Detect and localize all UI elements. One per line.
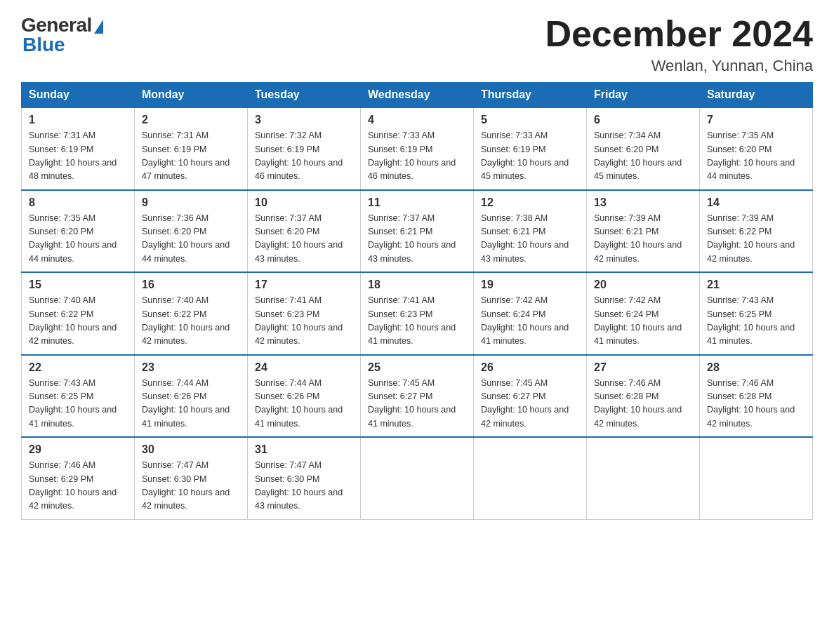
calendar-cell: 5Sunrise: 7:33 AMSunset: 6:19 PMDaylight… [474, 107, 587, 190]
day-info: Sunrise: 7:32 AMSunset: 6:19 PMDaylight:… [255, 129, 353, 184]
day-number: 22 [29, 361, 127, 374]
calendar-table: SundayMondayTuesdayWednesdayThursdayFrid… [21, 82, 813, 520]
day-number: 13 [594, 196, 692, 209]
day-info: Sunrise: 7:31 AMSunset: 6:19 PMDaylight:… [29, 129, 127, 184]
day-number: 3 [255, 114, 353, 126]
day-info: Sunrise: 7:33 AMSunset: 6:19 PMDaylight:… [481, 129, 579, 184]
title-block: December 2024 Wenlan, Yunnan, China [545, 14, 813, 75]
day-number: 2 [142, 114, 240, 126]
day-number: 23 [142, 361, 240, 374]
day-number: 28 [707, 361, 805, 374]
day-number: 16 [142, 279, 240, 291]
location: Wenlan, Yunnan, China [545, 57, 813, 75]
day-info: Sunrise: 7:35 AMSunset: 6:20 PMDaylight:… [707, 129, 805, 184]
day-info: Sunrise: 7:37 AMSunset: 6:21 PMDaylight:… [368, 212, 466, 267]
month-title: December 2024 [545, 14, 813, 54]
calendar-cell: 26Sunrise: 7:45 AMSunset: 6:27 PMDayligh… [474, 355, 587, 438]
day-info: Sunrise: 7:35 AMSunset: 6:20 PMDaylight:… [29, 212, 127, 267]
calendar-cell: 18Sunrise: 7:41 AMSunset: 6:23 PMDayligh… [361, 272, 474, 355]
day-number: 25 [368, 361, 466, 374]
calendar-cell: 8Sunrise: 7:35 AMSunset: 6:20 PMDaylight… [22, 190, 135, 273]
calendar-cell: 15Sunrise: 7:40 AMSunset: 6:22 PMDayligh… [22, 272, 135, 355]
calendar-cell: 19Sunrise: 7:42 AMSunset: 6:24 PMDayligh… [474, 272, 587, 355]
day-info: Sunrise: 7:43 AMSunset: 6:25 PMDaylight:… [707, 294, 805, 349]
day-info: Sunrise: 7:33 AMSunset: 6:19 PMDaylight:… [368, 129, 466, 184]
day-info: Sunrise: 7:47 AMSunset: 6:30 PMDaylight:… [142, 459, 240, 514]
calendar-week-row: 1Sunrise: 7:31 AMSunset: 6:19 PMDaylight… [22, 107, 813, 190]
calendar-cell: 13Sunrise: 7:39 AMSunset: 6:21 PMDayligh… [587, 190, 700, 273]
day-number: 26 [481, 361, 579, 374]
calendar-cell: 6Sunrise: 7:34 AMSunset: 6:20 PMDaylight… [587, 107, 700, 190]
day-header-wednesday: Wednesday [361, 83, 474, 108]
calendar-cell: 29Sunrise: 7:46 AMSunset: 6:29 PMDayligh… [22, 437, 135, 519]
day-info: Sunrise: 7:41 AMSunset: 6:23 PMDaylight:… [255, 294, 353, 349]
calendar-cell: 30Sunrise: 7:47 AMSunset: 6:30 PMDayligh… [135, 437, 248, 519]
calendar-cell: 21Sunrise: 7:43 AMSunset: 6:25 PMDayligh… [700, 272, 813, 355]
day-info: Sunrise: 7:41 AMSunset: 6:23 PMDaylight:… [368, 294, 466, 349]
logo-blue-text: Blue [22, 34, 65, 56]
day-number: 27 [594, 361, 692, 374]
day-info: Sunrise: 7:46 AMSunset: 6:28 PMDaylight:… [594, 377, 692, 431]
calendar-cell: 27Sunrise: 7:46 AMSunset: 6:28 PMDayligh… [587, 355, 700, 438]
day-info: Sunrise: 7:44 AMSunset: 6:26 PMDaylight:… [255, 377, 353, 431]
calendar-cell: 10Sunrise: 7:37 AMSunset: 6:20 PMDayligh… [248, 190, 361, 273]
day-header-sunday: Sunday [22, 83, 135, 108]
calendar-cell [700, 437, 813, 519]
calendar-cell [474, 437, 587, 519]
day-info: Sunrise: 7:36 AMSunset: 6:20 PMDaylight:… [142, 212, 240, 267]
calendar-cell: 25Sunrise: 7:45 AMSunset: 6:27 PMDayligh… [361, 355, 474, 438]
calendar-week-row: 8Sunrise: 7:35 AMSunset: 6:20 PMDaylight… [22, 190, 813, 273]
day-number: 29 [29, 443, 127, 456]
calendar-cell: 20Sunrise: 7:42 AMSunset: 6:24 PMDayligh… [587, 272, 700, 355]
day-info: Sunrise: 7:42 AMSunset: 6:24 PMDaylight:… [594, 294, 692, 349]
day-number: 14 [707, 196, 805, 209]
day-number: 1 [29, 114, 127, 126]
day-header-friday: Friday [587, 83, 700, 108]
calendar-header-row: SundayMondayTuesdayWednesdayThursdayFrid… [22, 83, 813, 108]
day-header-saturday: Saturday [700, 83, 813, 108]
day-info: Sunrise: 7:44 AMSunset: 6:26 PMDaylight:… [142, 377, 240, 431]
calendar-cell: 2Sunrise: 7:31 AMSunset: 6:19 PMDaylight… [135, 107, 248, 190]
calendar-cell: 17Sunrise: 7:41 AMSunset: 6:23 PMDayligh… [248, 272, 361, 355]
calendar-cell: 9Sunrise: 7:36 AMSunset: 6:20 PMDaylight… [135, 190, 248, 273]
day-info: Sunrise: 7:38 AMSunset: 6:21 PMDaylight:… [481, 212, 579, 267]
day-info: Sunrise: 7:37 AMSunset: 6:20 PMDaylight:… [255, 212, 353, 267]
day-number: 7 [707, 114, 805, 126]
calendar-cell: 7Sunrise: 7:35 AMSunset: 6:20 PMDaylight… [700, 107, 813, 190]
calendar-cell: 3Sunrise: 7:32 AMSunset: 6:19 PMDaylight… [248, 107, 361, 190]
calendar-cell: 31Sunrise: 7:47 AMSunset: 6:30 PMDayligh… [248, 437, 361, 519]
calendar-cell: 4Sunrise: 7:33 AMSunset: 6:19 PMDaylight… [361, 107, 474, 190]
logo: General Blue [21, 14, 103, 56]
calendar-cell: 12Sunrise: 7:38 AMSunset: 6:21 PMDayligh… [474, 190, 587, 273]
day-number: 24 [255, 361, 353, 374]
day-info: Sunrise: 7:46 AMSunset: 6:29 PMDaylight:… [29, 459, 127, 514]
day-number: 6 [594, 114, 692, 126]
day-number: 17 [255, 279, 353, 291]
calendar-week-row: 22Sunrise: 7:43 AMSunset: 6:25 PMDayligh… [22, 355, 813, 438]
day-number: 12 [481, 196, 579, 209]
page-header: General Blue December 2024 Wenlan, Yunna… [21, 14, 813, 75]
day-info: Sunrise: 7:43 AMSunset: 6:25 PMDaylight:… [29, 377, 127, 431]
day-number: 10 [255, 196, 353, 209]
day-number: 4 [368, 114, 466, 126]
day-number: 8 [29, 196, 127, 209]
calendar-cell [587, 437, 700, 519]
day-info: Sunrise: 7:39 AMSunset: 6:21 PMDaylight:… [594, 212, 692, 267]
day-number: 31 [255, 443, 353, 456]
day-info: Sunrise: 7:31 AMSunset: 6:19 PMDaylight:… [142, 129, 240, 184]
day-number: 11 [368, 196, 466, 209]
day-info: Sunrise: 7:40 AMSunset: 6:22 PMDaylight:… [29, 294, 127, 349]
day-number: 18 [368, 279, 466, 291]
day-number: 30 [142, 443, 240, 456]
day-header-tuesday: Tuesday [248, 83, 361, 108]
calendar-cell: 14Sunrise: 7:39 AMSunset: 6:22 PMDayligh… [700, 190, 813, 273]
calendar-cell: 24Sunrise: 7:44 AMSunset: 6:26 PMDayligh… [248, 355, 361, 438]
day-info: Sunrise: 7:47 AMSunset: 6:30 PMDaylight:… [255, 459, 353, 514]
day-header-monday: Monday [135, 83, 248, 108]
calendar-cell [361, 437, 474, 519]
day-info: Sunrise: 7:45 AMSunset: 6:27 PMDaylight:… [481, 377, 579, 431]
day-number: 21 [707, 279, 805, 291]
day-info: Sunrise: 7:34 AMSunset: 6:20 PMDaylight:… [594, 129, 692, 184]
logo-arrow-icon [94, 20, 103, 34]
day-header-thursday: Thursday [474, 83, 587, 108]
